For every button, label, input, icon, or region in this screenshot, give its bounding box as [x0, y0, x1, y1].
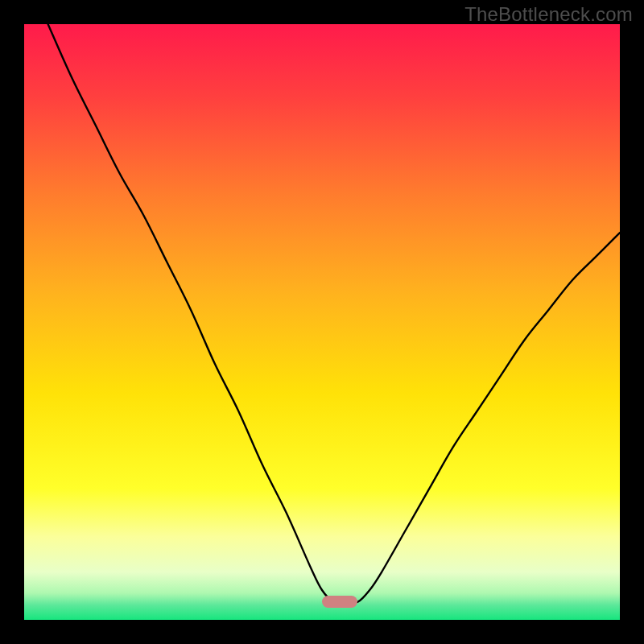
bottleneck-curve — [24, 24, 620, 620]
plot-area — [24, 24, 620, 620]
chart-frame: TheBottleneck.com — [0, 0, 644, 644]
watermark-text: TheBottleneck.com — [464, 3, 633, 26]
optimal-marker — [322, 596, 357, 608]
